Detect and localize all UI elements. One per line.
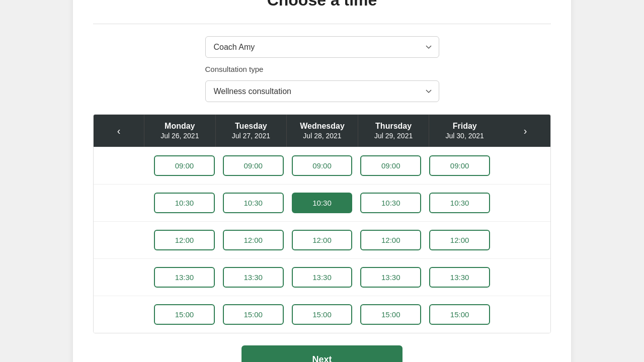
next-button[interactable]: Next	[242, 345, 403, 362]
time-row-1500: 15:00 15:00 15:00 15:00 15:00	[94, 296, 550, 333]
time-button-tue-0900[interactable]: 09:00	[223, 155, 284, 176]
time-button-thu-1030[interactable]: 10:30	[360, 193, 421, 213]
time-button-wed-1330[interactable]: 13:30	[292, 267, 353, 288]
slot-mon-1200: 12:00	[150, 227, 219, 253]
prev-week-button[interactable]: ‹	[94, 115, 144, 147]
calendar: ‹ Monday Jul 26, 2021 Tuesday Jul 27, 20…	[93, 114, 551, 333]
slot-tue-0900: 09:00	[219, 152, 288, 179]
day-date-4: Jul 30, 2021	[429, 132, 500, 140]
time-button-fri-1200[interactable]: 12:00	[429, 230, 490, 250]
slot-wed-0900: 09:00	[288, 152, 357, 179]
time-row-0900: 09:00 09:00 09:00 09:00 09:00	[94, 147, 550, 184]
row-spacer-left	[100, 301, 150, 328]
row-spacer-right	[494, 190, 544, 216]
coach-dropdown[interactable]: Coach Amy Coach Bob Coach Carol	[205, 36, 439, 58]
time-button-fri-1330[interactable]: 13:30	[429, 267, 490, 288]
time-button-thu-1500[interactable]: 15:00	[360, 304, 421, 325]
main-container: Choose a time Coach Amy Coach Bob Coach …	[73, 0, 571, 362]
day-name-0: Monday	[144, 122, 215, 131]
slot-fri-1030: 10:30	[425, 190, 494, 216]
day-date-1: Jul 27, 2021	[216, 132, 287, 140]
row-spacer-right	[494, 264, 544, 291]
slot-mon-1330: 13:30	[150, 264, 219, 291]
day-date-2: Jul 28, 2021	[287, 132, 358, 140]
dropdowns-section: Coach Amy Coach Bob Coach Carol Consulta…	[93, 36, 551, 102]
time-button-thu-0900[interactable]: 09:00	[360, 155, 421, 176]
day-header-3: Thursday Jul 29, 2021	[358, 115, 429, 147]
day-name-3: Thursday	[358, 122, 429, 131]
page-title: Choose a time	[93, 0, 551, 10]
day-name-1: Tuesday	[216, 122, 287, 131]
day-header-2: Wednesday Jul 28, 2021	[286, 115, 358, 147]
row-spacer-right	[494, 152, 544, 179]
day-date-0: Jul 26, 2021	[144, 132, 215, 140]
slot-fri-1330: 13:30	[425, 264, 494, 291]
time-row-1330: 13:30 13:30 13:30 13:30 13:30	[94, 258, 550, 296]
row-spacer-left	[100, 190, 150, 216]
row-spacer-right	[494, 227, 544, 253]
time-button-tue-1200[interactable]: 12:00	[223, 230, 284, 250]
slot-mon-1500: 15:00	[150, 301, 219, 328]
time-button-wed-1500[interactable]: 15:00	[292, 304, 353, 325]
time-button-fri-1500[interactable]: 15:00	[429, 304, 490, 325]
time-button-mon-1330[interactable]: 13:30	[154, 267, 215, 288]
consultation-dropdown[interactable]: Wellness consultation Nutrition consulta…	[205, 80, 439, 102]
time-button-fri-1030[interactable]: 10:30	[429, 193, 490, 213]
time-button-mon-1030[interactable]: 10:30	[154, 193, 215, 213]
time-button-tue-1030[interactable]: 10:30	[223, 193, 284, 213]
slot-wed-1500: 15:00	[288, 301, 357, 328]
day-name-4: Friday	[429, 122, 500, 131]
time-button-thu-1330[interactable]: 13:30	[360, 267, 421, 288]
time-row-1200: 12:00 12:00 12:00 12:00 12:00	[94, 221, 550, 258]
time-button-tue-1500[interactable]: 15:00	[223, 304, 284, 325]
day-header-1: Tuesday Jul 27, 2021	[215, 115, 287, 147]
slot-tue-1330: 13:30	[219, 264, 288, 291]
time-button-tue-1330[interactable]: 13:30	[223, 267, 284, 288]
consultation-type-label: Consultation type	[205, 65, 439, 73]
time-button-mon-1200[interactable]: 12:00	[154, 230, 215, 250]
slot-tue-1030: 10:30	[219, 190, 288, 216]
slot-mon-1030: 10:30	[150, 190, 219, 216]
calendar-header: ‹ Monday Jul 26, 2021 Tuesday Jul 27, 20…	[94, 115, 550, 147]
slot-wed-1030: 10:30	[288, 190, 357, 216]
next-week-button[interactable]: ›	[500, 115, 550, 147]
time-button-mon-0900[interactable]: 09:00	[154, 155, 215, 176]
slot-mon-0900: 09:00	[150, 152, 219, 179]
slot-fri-1500: 15:00	[425, 301, 494, 328]
row-spacer-right	[494, 301, 544, 328]
slot-tue-1200: 12:00	[219, 227, 288, 253]
slot-thu-1330: 13:30	[356, 264, 425, 291]
slot-wed-1200: 12:00	[288, 227, 357, 253]
time-button-wed-0900[interactable]: 09:00	[292, 155, 353, 176]
slot-wed-1330: 13:30	[288, 264, 357, 291]
time-button-wed-1200[interactable]: 12:00	[292, 230, 353, 250]
slot-fri-1200: 12:00	[425, 227, 494, 253]
day-header-0: Monday Jul 26, 2021	[144, 115, 215, 147]
day-name-2: Wednesday	[287, 122, 358, 131]
divider	[93, 24, 551, 24]
day-date-3: Jul 29, 2021	[358, 132, 429, 140]
slot-tue-1500: 15:00	[219, 301, 288, 328]
day-header-4: Friday Jul 30, 2021	[429, 115, 500, 147]
slot-thu-1030: 10:30	[356, 190, 425, 216]
chevron-right-icon: ›	[524, 125, 527, 137]
chevron-left-icon: ‹	[117, 125, 121, 137]
time-button-thu-1200[interactable]: 12:00	[360, 230, 421, 250]
slot-thu-1200: 12:00	[356, 227, 425, 253]
time-row-1030: 10:30 10:30 10:30 10:30 10:30	[94, 184, 550, 221]
row-spacer-left	[100, 152, 150, 179]
time-button-fri-0900[interactable]: 09:00	[429, 155, 490, 176]
time-button-wed-1030[interactable]: 10:30	[292, 193, 353, 213]
row-spacer-left	[100, 264, 150, 291]
time-button-mon-1500[interactable]: 15:00	[154, 304, 215, 325]
row-spacer-left	[100, 227, 150, 253]
slot-thu-0900: 09:00	[356, 152, 425, 179]
calendar-body: 09:00 09:00 09:00 09:00 09:00	[94, 147, 550, 333]
slot-fri-0900: 09:00	[425, 152, 494, 179]
slot-thu-1500: 15:00	[356, 301, 425, 328]
